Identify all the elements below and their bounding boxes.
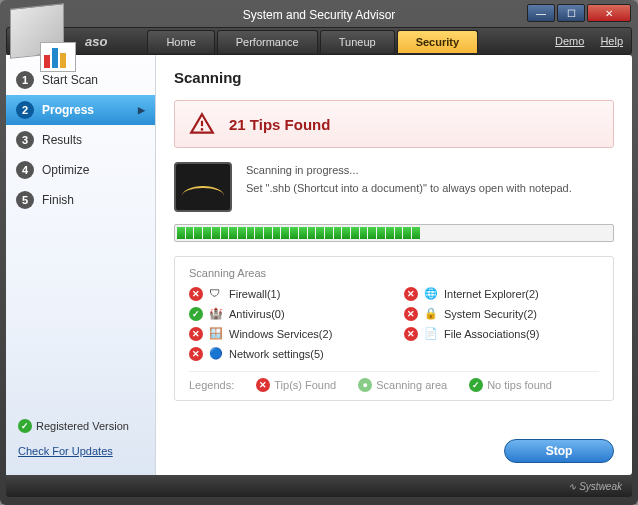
step-progress[interactable]: 2Progress▶ — [6, 95, 155, 125]
scanning-areas: Scanning Areas ✕🛡Firewall(1)✕🌐Internet E… — [174, 256, 614, 401]
product-box-icon — [10, 6, 80, 66]
check-icon: ✓ — [469, 378, 483, 392]
area-item: ✕🌐Internet Explorer(2) — [404, 287, 599, 301]
tab-tuneup[interactable]: Tuneup — [320, 30, 395, 53]
chevron-right-icon: ▶ — [138, 105, 145, 115]
area-label: Windows Services(2) — [229, 328, 332, 340]
area-item: ✕🔒System Security(2) — [404, 307, 599, 321]
minimize-button[interactable]: — — [527, 4, 555, 22]
green-dot-icon: ● — [358, 378, 372, 392]
titlebar: System and Security Advisor — ☐ ✕ — [3, 3, 635, 27]
tab-home[interactable]: Home — [147, 30, 214, 53]
area-item: ✕🛡Firewall(1) — [189, 287, 384, 301]
top-nav: aso Home Performance Tuneup Security Dem… — [6, 27, 632, 55]
footer: ∿ Systweak — [6, 475, 632, 497]
alert-text: 21 Tips Found — [229, 116, 330, 133]
area-label: Internet Explorer(2) — [444, 288, 539, 300]
check-icon: ✓ — [18, 419, 32, 433]
area-label: Network settings(5) — [229, 348, 324, 360]
area-item: ✕🪟Windows Services(2) — [189, 327, 384, 341]
step-label: Results — [42, 133, 82, 147]
step-results[interactable]: 3Results — [6, 125, 155, 155]
error-icon: ✕ — [404, 327, 418, 341]
step-label: Finish — [42, 193, 74, 207]
app-icon: 🛡 — [209, 287, 223, 301]
brand-label: aso — [85, 34, 107, 49]
registered-version: ✓Registered Version — [18, 419, 129, 433]
tab-security[interactable]: Security — [397, 30, 478, 53]
step-optimize[interactable]: 4Optimize — [6, 155, 155, 185]
step-finish[interactable]: 5Finish — [6, 185, 155, 215]
step-label: Optimize — [42, 163, 89, 177]
app-icon: 🪟 — [209, 327, 223, 341]
legends: Legends: ✕Tip(s) Found ●Scanning area ✓N… — [189, 371, 599, 392]
help-link[interactable]: Help — [600, 35, 623, 47]
maximize-button[interactable]: ☐ — [557, 4, 585, 22]
svg-point-1 — [201, 128, 204, 131]
error-icon: ✕ — [404, 307, 418, 321]
footer-brand: ∿ Systweak — [568, 481, 622, 492]
error-icon: ✕ — [189, 327, 203, 341]
app-window: System and Security Advisor — ☐ ✕ aso Ho… — [0, 0, 638, 505]
area-item: ✕📄File Associations(9) — [404, 327, 599, 341]
warning-icon — [189, 111, 215, 137]
check-icon: ✓ — [189, 307, 203, 321]
close-button[interactable]: ✕ — [587, 4, 631, 22]
tips-alert: 21 Tips Found — [174, 100, 614, 148]
demo-link[interactable]: Demo — [555, 35, 584, 47]
areas-title: Scanning Areas — [189, 267, 599, 279]
area-label: File Associations(9) — [444, 328, 539, 340]
scan-status: Scanning in progress... — [246, 162, 572, 180]
area-item: ✕🔵Network settings(5) — [189, 347, 384, 361]
error-icon: ✕ — [189, 287, 203, 301]
check-updates-link[interactable]: Check For Updates — [18, 445, 113, 457]
area-item: ✓🏰Antivirus(0) — [189, 307, 384, 321]
step-start-scan[interactable]: 1Start Scan — [6, 65, 155, 95]
step-label: Start Scan — [42, 73, 98, 87]
area-label: Antivirus(0) — [229, 308, 285, 320]
app-icon: 🌐 — [424, 287, 438, 301]
page-title: Scanning — [174, 69, 614, 86]
window-title: System and Security Advisor — [243, 8, 396, 22]
sidebar: 1Start Scan 2Progress▶ 3Results 4Optimiz… — [6, 55, 156, 475]
scan-monitor-icon — [174, 162, 232, 212]
app-icon: 🏰 — [209, 307, 223, 321]
app-icon: 🔵 — [209, 347, 223, 361]
red-dot-icon: ✕ — [256, 378, 270, 392]
error-icon: ✕ — [404, 287, 418, 301]
scan-detail: Set ".shb (Shortcut into a document)" to… — [246, 180, 572, 198]
error-icon: ✕ — [189, 347, 203, 361]
legends-label: Legends: — [189, 379, 234, 391]
tab-performance[interactable]: Performance — [217, 30, 318, 53]
progress-bar — [174, 224, 614, 242]
step-label: Progress — [42, 103, 94, 117]
app-icon: 📄 — [424, 327, 438, 341]
app-icon: 🔒 — [424, 307, 438, 321]
stop-button[interactable]: Stop — [504, 439, 614, 463]
main-panel: Scanning 21 Tips Found Scanning in progr… — [156, 55, 632, 475]
area-label: System Security(2) — [444, 308, 537, 320]
area-label: Firewall(1) — [229, 288, 280, 300]
